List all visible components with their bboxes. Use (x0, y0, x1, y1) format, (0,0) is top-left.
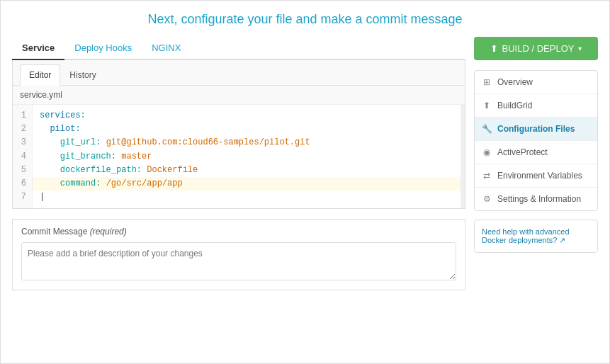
commit-label: Commit Message (required) (21, 227, 456, 237)
line-num-1: 1 (18, 109, 26, 123)
nav-item-activeprotect[interactable]: ◉ ActiveProtect (475, 141, 597, 164)
code-line-2: pilot: (40, 123, 458, 136)
commit-textarea[interactable] (21, 242, 456, 280)
content-box: Editor History service.yml 1 2 3 4 5 6 7 (12, 60, 465, 209)
code-line-7: | (40, 190, 458, 204)
line-num-7: 7 (18, 190, 26, 204)
line-numbers: 1 2 3 4 5 6 7 (13, 105, 33, 208)
wrench-icon: 🔧 (482, 124, 492, 134)
code-line-5: dockerfile_path: Dockerfile (40, 164, 458, 177)
nav-item-environment-variables[interactable]: ⇄ Environment Variables (475, 164, 597, 188)
build-deploy-label: BUILD / DEPLOY (502, 43, 575, 54)
code-line-3: git_url: git@github.com:cloud66-samples/… (40, 136, 458, 149)
commit-label-text: Commit Message (21, 227, 87, 237)
page-wrapper: Next, configurate your file and make a c… (0, 0, 610, 364)
nav-label-overview: Overview (497, 77, 533, 87)
scrollbar[interactable] (461, 105, 465, 208)
main-layout: Service Deploy Hooks NGINX Editor Histor… (12, 37, 598, 290)
gear-icon: ⚙ (482, 194, 492, 204)
code-line-4: git_branch: master (40, 150, 458, 164)
chevron-down-icon: ▾ (578, 45, 582, 52)
shield-icon: ◉ (482, 147, 492, 157)
upload-cloud-icon: ⬆ (482, 101, 492, 110)
line-num-3: 3 (18, 136, 26, 149)
nav-item-configuration-files[interactable]: 🔧 Configuration Files (475, 118, 597, 141)
line-num-5: 5 (18, 164, 26, 177)
sub-tab-editor[interactable]: Editor (20, 64, 60, 86)
external-link-icon: ↗ (559, 236, 565, 244)
build-deploy-button[interactable]: ⬆ BUILD / DEPLOY ▾ (474, 37, 598, 60)
file-label: service.yml (13, 86, 465, 105)
sub-tab-history[interactable]: History (60, 64, 105, 85)
nav-label-buildgrid: BuildGrid (497, 101, 532, 110)
grid-icon: ⊞ (482, 77, 492, 87)
tab-service[interactable]: Service (12, 37, 64, 60)
commit-required: (required) (90, 227, 127, 237)
help-box: Need help with advanced Docker deploymen… (474, 220, 598, 253)
code-content[interactable]: services: pilot: git_url: git@github.com… (33, 105, 465, 208)
help-text: Need help with advanced Docker deploymen… (482, 227, 570, 244)
line-num-2: 2 (18, 123, 26, 136)
commit-section: Commit Message (required) (12, 219, 465, 290)
upload-icon: ⬆ (490, 43, 498, 54)
help-link[interactable]: Need help with advanced Docker deploymen… (482, 227, 570, 244)
page-title: Next, configurate your file and make a c… (12, 12, 598, 27)
nav-label-settings-information: Settings & Information (497, 194, 581, 204)
sub-tabs: Editor History (13, 60, 465, 86)
line-num-6: 6 (18, 177, 26, 190)
nav-item-settings-information[interactable]: ⚙ Settings & Information (475, 188, 597, 210)
code-editor[interactable]: 1 2 3 4 5 6 7 services: pilot: git_url: … (13, 105, 465, 208)
nav-item-overview[interactable]: ⊞ Overview (475, 71, 597, 94)
nav-label-environment-variables: Environment Variables (497, 171, 582, 181)
left-panel: Service Deploy Hooks NGINX Editor Histor… (12, 37, 465, 290)
line-num-4: 4 (18, 150, 26, 164)
nav-label-configuration-files: Configuration Files (497, 124, 575, 134)
tab-deploy-hooks[interactable]: Deploy Hooks (64, 37, 142, 60)
nav-label-activeprotect: ActiveProtect (497, 147, 548, 157)
nav-item-buildgrid[interactable]: ⬆ BuildGrid (475, 94, 597, 118)
code-line-6: command: /go/src/app/app (33, 177, 465, 190)
right-panel: ⬆ BUILD / DEPLOY ▾ ⊞ Overview ⬆ BuildGri… (474, 37, 598, 290)
top-tabs: Service Deploy Hooks NGINX (12, 37, 465, 60)
code-line-1: services: (40, 109, 458, 123)
tab-nginx[interactable]: NGINX (142, 37, 191, 60)
swap-icon: ⇄ (482, 171, 492, 181)
nav-list: ⊞ Overview ⬆ BuildGrid 🔧 Configuration F… (474, 70, 598, 211)
